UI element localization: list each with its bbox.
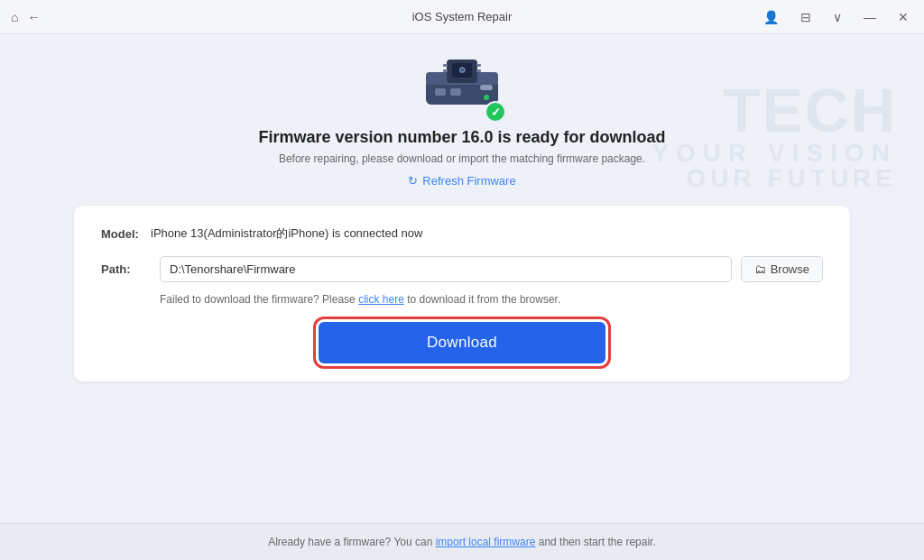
- error-row: Failed to download the firmware? Please …: [101, 293, 823, 306]
- close-button[interactable]: ✕: [893, 8, 913, 26]
- minimize-button[interactable]: —: [859, 8, 881, 26]
- path-label: Path:: [101, 262, 151, 276]
- firmware-title: Firmware version number 16.0 is ready fo…: [258, 128, 665, 147]
- svg-rect-10: [450, 88, 461, 96]
- check-badge: [485, 101, 506, 123]
- watermark-line3: OUR FUTURE: [651, 166, 897, 191]
- model-row: Model: iPhone 13(Administrator的iPhone) i…: [101, 225, 823, 242]
- import-firmware-link[interactable]: import local firmware: [436, 536, 536, 548]
- svg-rect-6: [476, 64, 481, 67]
- svg-rect-5: [443, 69, 448, 72]
- svg-text:⚙: ⚙: [458, 66, 466, 75]
- title-bar: ⌂ ← iOS System Repair 👤 ⊟ ∨ — ✕: [0, 0, 924, 34]
- model-label: Model:: [101, 227, 151, 241]
- user-icon[interactable]: 👤: [759, 8, 783, 26]
- svg-rect-4: [443, 64, 448, 67]
- click-here-link[interactable]: click here: [358, 293, 404, 306]
- footer-text: Already have a firmware? You can: [268, 536, 432, 548]
- main-area: TECH YOUR VISION OUR FUTURE ⚙: [0, 34, 924, 523]
- chat-icon[interactable]: ⊟: [796, 8, 816, 26]
- chevron-icon[interactable]: ∨: [828, 8, 846, 26]
- watermark-line1: TECH: [651, 79, 897, 141]
- watermark: TECH YOUR VISION OUR FUTURE: [651, 79, 897, 191]
- folder-icon: 🗂: [754, 262, 766, 276]
- svg-rect-7: [476, 69, 481, 72]
- svg-rect-9: [435, 88, 446, 96]
- firmware-card: Model: iPhone 13(Administrator的iPhone) i…: [74, 206, 850, 381]
- window-title: iOS System Repair: [412, 10, 513, 23]
- path-input[interactable]: [160, 256, 732, 282]
- browse-button[interactable]: 🗂 Browse: [741, 256, 823, 282]
- error-text: Failed to download the firmware? Please: [160, 293, 356, 306]
- firmware-subtitle: Before repairing, please download or imp…: [279, 152, 645, 165]
- title-bar-left: ⌂ ←: [11, 10, 40, 24]
- svg-rect-11: [480, 85, 493, 90]
- model-value: iPhone 13(Administrator的iPhone) is conne…: [151, 225, 422, 242]
- title-bar-controls: 👤 ⊟ ∨ — ✕: [759, 8, 913, 26]
- footer-text-after: and then start the repair.: [539, 536, 656, 548]
- back-icon[interactable]: ←: [27, 10, 40, 24]
- refresh-firmware-link[interactable]: ↻ Refresh Firmware: [408, 174, 515, 188]
- error-text-after: to download it from the browser.: [407, 293, 560, 306]
- watermark-line2: YOUR VISION: [651, 141, 897, 166]
- refresh-icon: ↻: [408, 174, 418, 188]
- download-btn-wrapper: Download: [101, 322, 823, 363]
- svg-point-12: [484, 95, 489, 100]
- device-icon-area: ⚙: [421, 52, 503, 119]
- refresh-label: Refresh Firmware: [422, 174, 515, 188]
- home-icon[interactable]: ⌂: [11, 10, 18, 24]
- browse-label: Browse: [771, 262, 809, 276]
- path-row: Path: 🗂 Browse: [101, 256, 823, 282]
- footer: Already have a firmware? You can import …: [0, 523, 924, 560]
- download-button[interactable]: Download: [319, 322, 605, 363]
